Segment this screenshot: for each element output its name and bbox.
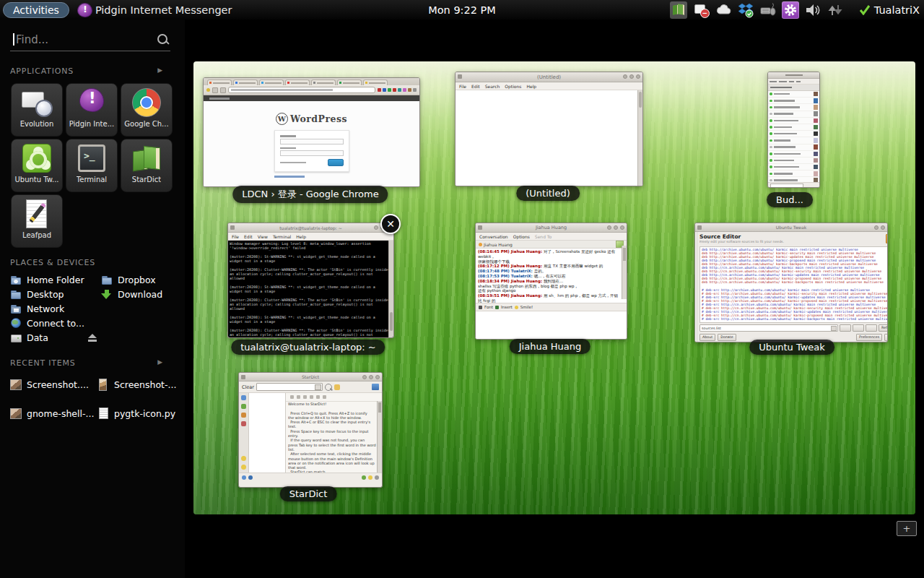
chrome-tab[interactable]: [337, 79, 362, 85]
item-screenshot-[interactable]: Screenshot....: [10, 377, 97, 392]
remember-me-bar: [280, 162, 306, 164]
app-tile-evolution[interactable]: Evolution: [11, 83, 63, 137]
window-terminal[interactable]: tualatrix@tualatrix-laptop: ~ FileEditVi…: [227, 223, 394, 338]
item-desktop[interactable]: Desktop: [10, 287, 101, 301]
item-download[interactable]: Download: [101, 287, 162, 301]
buddy-avatar: [814, 118, 819, 124]
dropbox-icon[interactable]: [737, 1, 754, 19]
app-tile-pidgin[interactable]: Pidgin Inte...: [66, 83, 118, 137]
lost-password-link-bar: [274, 176, 305, 178]
chat-message: (08:19:51 PM) Jiahua Huang: 用 sh、hm 的 ph…: [478, 293, 621, 303]
login-button: [328, 159, 344, 166]
buddy-row[interactable]: [768, 137, 819, 144]
chat-sender: Jiahua Huang:: [511, 293, 544, 298]
search-underline: [10, 51, 170, 51]
terminal-body: Window manager warning: Log level 8: met…: [228, 241, 393, 338]
menubar: [768, 79, 819, 85]
menu-file: File: [232, 234, 239, 239]
buddy-row[interactable]: [768, 131, 819, 137]
fuzzy-query-icon: [334, 384, 340, 390]
eject-icon[interactable]: [87, 334, 98, 342]
window-chat[interactable]: Jiahua Huang ConversationOptionsSend To …: [475, 223, 627, 340]
wordpress-logo: WWordPress: [204, 111, 419, 125]
chrome-tab[interactable]: [207, 79, 232, 85]
ubuntuone-cloud-icon[interactable]: [715, 1, 732, 19]
buddy-row[interactable]: [768, 104, 819, 111]
window-untitled[interactable]: (Untitled) FileEditSearchOptionsHelp: [455, 72, 643, 186]
clear-button: Clear: [242, 384, 254, 390]
window-buddy-list[interactable]: [767, 72, 820, 188]
app-tile-chrome[interactable]: Google Ch...: [121, 83, 173, 137]
insert-icon: [495, 306, 499, 309]
item-screenshot-[interactable]: Screenshot-...: [97, 377, 185, 392]
undo-button: [853, 324, 864, 332]
item-network[interactable]: Network: [10, 301, 101, 316]
buddy-row[interactable]: [768, 164, 819, 171]
text-area: [456, 90, 642, 186]
definition-line: StarDict can match...: [288, 470, 377, 473]
app-menu[interactable]: Pidgin Internet Messenger: [77, 2, 232, 18]
chrome-tab[interactable]: [311, 79, 336, 85]
app-tile-stardict[interactable]: StarDict: [121, 139, 173, 192]
expand-arrow-icon[interactable]: ▶: [157, 66, 163, 74]
buddy-name-bar: [774, 133, 797, 135]
item-label: Screenshot....: [27, 379, 89, 390]
input-devices-icon[interactable]: [759, 1, 777, 19]
username-field: [280, 139, 344, 144]
search-input[interactable]: [10, 30, 162, 49]
chat-timestamp: (08:16:45 PM): [478, 249, 511, 254]
folder-network-icon: [10, 303, 22, 314]
pidgin-status-busy-icon[interactable]: [692, 1, 710, 19]
ubuntu-tweak-icon: [20, 142, 53, 175]
tab-favicon: [339, 82, 341, 84]
buddy-row[interactable]: [768, 118, 819, 124]
stardict-tray-icon[interactable]: [670, 1, 687, 19]
expand-arrow-icon[interactable]: ▶: [157, 358, 163, 366]
chat-text: 嗯...，有左可以右: [534, 274, 566, 278]
titlebar: Jiahua Huang: [476, 223, 627, 233]
item-dropbox[interactable]: Dropbox: [101, 272, 162, 287]
titlebar: StarDict: [239, 373, 382, 381]
app-tile-terminal[interactable]: Terminal: [66, 139, 118, 192]
chrome-tab[interactable]: [363, 79, 388, 85]
item-pygtk-icon-py[interactable]: pygtk-icon.py: [97, 406, 185, 420]
buddy-row[interactable]: [768, 111, 819, 118]
chat-message: 很麻烦找哪个下载: [478, 259, 621, 264]
folder-icon: [101, 274, 113, 285]
status-dot: [770, 165, 772, 168]
user-menu[interactable]: TualatriX: [859, 4, 920, 16]
window-stardict[interactable]: StarDict Clear: [238, 372, 383, 488]
buddy-avatar: [814, 125, 819, 130]
clock[interactable]: Mon 9:22 PM: [428, 4, 496, 16]
window-chrome[interactable]: WWordPress: [203, 77, 420, 187]
buddy-row[interactable]: [768, 98, 819, 104]
window-ubuntu-tweak[interactable]: Ubuntu Tweak WelcomeApplicationsApplicat…: [694, 223, 888, 342]
chat-input-area: [476, 311, 627, 340]
buddy-row[interactable]: [768, 151, 819, 158]
chrome-tab[interactable]: [285, 79, 310, 85]
buddy-row[interactable]: [768, 171, 819, 177]
volume-icon[interactable]: [804, 1, 821, 19]
item-gnome-shell-[interactable]: gnome-shell-...: [10, 406, 97, 420]
app-tile-ubuntu-tweak[interactable]: Ubuntu Tw...: [11, 139, 63, 192]
chrome-tab[interactable]: [233, 79, 258, 85]
system-settings-gear-icon[interactable]: [782, 1, 799, 19]
activities-button[interactable]: Activities: [3, 2, 69, 18]
textfile-icon: [97, 407, 109, 419]
add-workspace-button[interactable]: +: [897, 521, 917, 536]
buddy-row[interactable]: [768, 158, 819, 164]
buddy-row[interactable]: [768, 91, 819, 98]
chrome-tab[interactable]: [259, 79, 284, 85]
item-home-folder[interactable]: Home Folder: [10, 272, 101, 287]
buddy-row[interactable]: [768, 124, 819, 131]
dict-manage-icon: [372, 384, 379, 390]
network-transfer-icon[interactable]: [827, 1, 844, 19]
app-tile-leafpad[interactable]: Leafpad: [11, 194, 63, 248]
buddy-row[interactable]: [768, 144, 819, 151]
chrome-tab-bar: [204, 78, 419, 85]
tab-favicon: [365, 82, 367, 84]
item-connect-to-[interactable]: Connect to...: [10, 316, 101, 330]
terminal-line: (mutter:20208): St-WARNING **: st_widget…: [230, 285, 388, 293]
definition-line: Press Alt+C or ESC to clear the input en…: [288, 420, 377, 424]
close-window-button[interactable]: ✕: [380, 214, 401, 234]
